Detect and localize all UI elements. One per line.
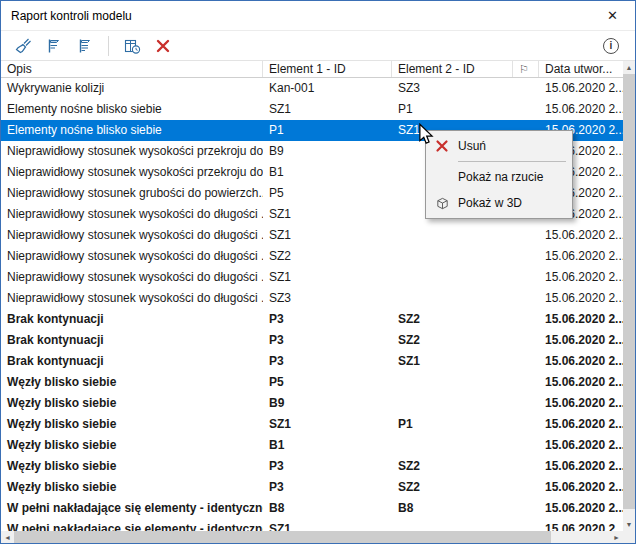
cell-date: 15.06.2020 2...: [539, 393, 623, 414]
cell-opis: Nieprawidłowy stosunek wysokości do dług…: [1, 267, 263, 288]
cell-el1: SZ3: [263, 288, 392, 309]
cell-el2: SZ1: [392, 351, 513, 372]
cell-opis: Nieprawidłowy stosunek wysokości do dług…: [1, 246, 263, 267]
cell-opis: Nieprawidłowy stosunek wysokości przekro…: [1, 162, 263, 183]
table-row[interactable]: Nieprawidłowy stosunek wysokości do dług…: [1, 288, 623, 309]
table-row[interactable]: W pełni nakładające się elementy - ident…: [1, 519, 623, 531]
export-report-icon[interactable]: [122, 36, 142, 56]
table-row[interactable]: Węzły blisko siebieSZ1P115.06.2020 2...: [1, 414, 623, 435]
cell-date: 15.06.2020 2...: [539, 309, 623, 330]
menu-item-show-3d[interactable]: Pokaż w 3D: [428, 190, 570, 216]
cell-el1: P3: [263, 477, 392, 498]
cell-flag: [513, 309, 539, 330]
cell-opis: W pełni nakładające się elementy - ident…: [1, 498, 263, 519]
vertical-scrollbar-thumb[interactable]: [623, 74, 635, 509]
toolbar: i: [1, 31, 635, 61]
info-icon[interactable]: i: [603, 38, 619, 54]
table-row[interactable]: Brak kontynuacjiP3SZ215.06.2020 2...: [1, 330, 623, 351]
cell-flag: [513, 435, 539, 456]
table-row[interactable]: Wykrywanie kolizjiKan-001SZ315.06.2020 2…: [1, 78, 623, 99]
table-row[interactable]: Elementy nośne blisko siebieSZ1P115.06.2…: [1, 99, 623, 120]
cell-el2: [392, 435, 513, 456]
cell-date: 15.06.2020 2...: [539, 351, 623, 372]
cell-flag: [513, 414, 539, 435]
table-row[interactable]: Nieprawidłowy stosunek wysokości do dług…: [1, 267, 623, 288]
scroll-right-icon[interactable]: ►: [610, 531, 623, 543]
cell-date: 15.06.2020 2...: [539, 414, 623, 435]
menu-item-delete[interactable]: Usuń: [428, 133, 570, 159]
vertical-scrollbar[interactable]: ▲ ▼: [623, 61, 635, 531]
horizontal-scrollbar[interactable]: ◄ ►: [1, 531, 623, 543]
column-header-element1[interactable]: Element 1 - ID: [263, 61, 392, 77]
scroll-down-icon[interactable]: ▼: [623, 518, 635, 531]
check-model-icon[interactable]: [13, 36, 33, 56]
cell-date: 15.06.2020 2...: [539, 99, 623, 120]
cell-opis: Brak kontynuacji: [1, 351, 263, 372]
cell-opis: Węzły blisko siebie: [1, 414, 263, 435]
delete-icon[interactable]: [153, 36, 173, 56]
cell-opis: Brak kontynuacji: [1, 309, 263, 330]
titlebar: Raport kontroli modelu ✕: [1, 1, 635, 31]
cell-el2: B8: [392, 498, 513, 519]
cell-el1: B1: [263, 435, 392, 456]
cell-el1: P3: [263, 330, 392, 351]
filter-icon[interactable]: [44, 36, 64, 56]
cell-opis: Węzły blisko siebie: [1, 393, 263, 414]
table-row[interactable]: Węzły blisko siebieP515.06.2020 2...: [1, 372, 623, 393]
close-button[interactable]: ✕: [590, 1, 635, 30]
cell-el2: [392, 288, 513, 309]
table-row[interactable]: Brak kontynuacjiP3SZ215.06.2020 2...: [1, 309, 623, 330]
cell-opis: Węzły blisko siebie: [1, 372, 263, 393]
scroll-left-icon[interactable]: ◄: [1, 531, 14, 543]
cell-el1: B8: [263, 498, 392, 519]
cell-opis: Elementy nośne blisko siebie: [1, 120, 263, 141]
cell-el2: [392, 246, 513, 267]
cell-el1: B1: [263, 162, 392, 183]
cell-el1: SZ2: [263, 246, 392, 267]
cell-el2: SZ2: [392, 330, 513, 351]
cell-flag: [513, 498, 539, 519]
cell-flag: [513, 519, 539, 531]
table-row[interactable]: Węzły blisko siebieB115.06.2020 2...: [1, 435, 623, 456]
horizontal-scrollbar-thumb[interactable]: [14, 531, 551, 543]
column-header-flag-icon[interactable]: ⚐: [513, 61, 539, 77]
table-row[interactable]: Węzły blisko siebieP3SZ215.06.2020 2...: [1, 456, 623, 477]
table-row[interactable]: Węzły blisko siebieP3SZ215.06.2020 2...: [1, 477, 623, 498]
column-header-opis[interactable]: Opis: [1, 61, 263, 77]
column-header-element2[interactable]: Element 2 - ID: [392, 61, 513, 77]
table-row[interactable]: Węzły blisko siebieB915.06.2020 2...: [1, 393, 623, 414]
cell-el2: SZ2: [392, 477, 513, 498]
window-title: Raport kontroli modelu: [1, 9, 132, 23]
menu-item-show-on-plan[interactable]: Pokaż na rzucie: [428, 164, 570, 190]
menu-item-label: Pokaż w 3D: [458, 196, 522, 210]
cell-flag: [513, 477, 539, 498]
table-row[interactable]: Nieprawidłowy stosunek wysokości do dług…: [1, 246, 623, 267]
cell-flag: [513, 330, 539, 351]
table-row[interactable]: W pełni nakładające się elementy - ident…: [1, 498, 623, 519]
table-row[interactable]: Brak kontynuacjiP3SZ115.06.2020 2...: [1, 351, 623, 372]
cell-flag: [513, 288, 539, 309]
cell-flag: [513, 267, 539, 288]
cell-flag: [513, 372, 539, 393]
column-header-date[interactable]: Data utwor...: [539, 61, 623, 77]
cell-opis: W pełni nakładające się elementy - ident…: [1, 519, 263, 531]
cell-date: 15.06.2020 2...: [539, 330, 623, 351]
scroll-up-icon[interactable]: ▲: [623, 61, 635, 74]
table-row[interactable]: Nieprawidłowy stosunek wysokości do dług…: [1, 225, 623, 246]
cell-opis: Brak kontynuacji: [1, 330, 263, 351]
cell-el1: P5: [263, 183, 392, 204]
cell-el1: SZ1: [263, 519, 392, 531]
cell-el1: SZ1: [263, 267, 392, 288]
cell-el2: [392, 225, 513, 246]
menu-item-label: Pokaż na rzucie: [458, 170, 543, 184]
filter-alt-icon[interactable]: [75, 36, 95, 56]
cell-el2: [392, 267, 513, 288]
cell-el2: SZ3: [392, 78, 513, 99]
cell-date: 15.06.2020 2...: [539, 456, 623, 477]
cell-opis: Nieprawidłowy stosunek wysokości do dług…: [1, 204, 263, 225]
cell-date: 15.06.2020 2...: [539, 519, 623, 531]
report-window: Raport kontroli modelu ✕: [0, 0, 636, 544]
cell-el1: B9: [263, 393, 392, 414]
cell-date: 15.06.2020 2...: [539, 477, 623, 498]
menu-item-label: Usuń: [458, 139, 486, 153]
